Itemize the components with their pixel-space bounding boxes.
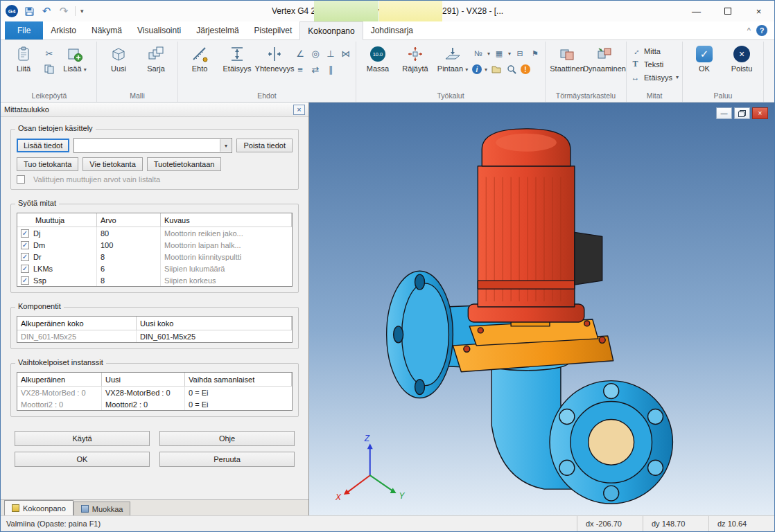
symmetry-constraint-icon[interactable]: ⋈ xyxy=(340,47,352,60)
table-row[interactable]: ✓Dm 100 Moottorin laipan halk... xyxy=(17,239,292,251)
row-checkbox[interactable]: ✓ xyxy=(21,253,29,261)
folder-icon[interactable] xyxy=(490,63,503,76)
tab-arkisto[interactable]: Arkisto xyxy=(43,21,84,39)
variable-value[interactable]: 8 xyxy=(97,274,161,286)
viewport-3d[interactable]: — × xyxy=(309,103,774,515)
text-button[interactable]: T Teksti xyxy=(630,59,679,69)
explode-button[interactable]: Räjäytä xyxy=(397,42,433,73)
tab-johdinsarja[interactable]: Johdinsarja xyxy=(363,21,421,39)
customize-toolbar-caret-icon[interactable]: ▾ xyxy=(80,8,84,15)
ok-ribbon-button[interactable]: ✓ OK xyxy=(686,42,722,73)
variable-value[interactable]: 80 xyxy=(97,227,161,239)
add-data-button[interactable]: Lisää tiedot xyxy=(17,139,69,152)
concentric-constraint-icon[interactable]: ◎ xyxy=(309,47,322,60)
maximize-button[interactable] xyxy=(712,1,743,21)
renumber-icon[interactable]: № xyxy=(472,47,485,60)
distance-constraint-button[interactable]: Etäisyys xyxy=(219,42,255,73)
remove-data-button[interactable]: Poista tiedot xyxy=(236,139,293,152)
bottom-tab-muokkaa[interactable]: Muokkaa xyxy=(73,502,131,515)
viewport-3d-model[interactable]: Z X Y xyxy=(309,103,774,515)
variable-value[interactable]: 100 xyxy=(97,239,161,251)
viewport-restore-button[interactable] xyxy=(734,107,750,119)
bottom-tab-kokoonpano[interactable]: Kokoonpano xyxy=(4,500,73,515)
instance-swap[interactable]: 0 = Ei xyxy=(185,387,292,398)
table-row[interactable]: ✓Ssp 8 Siipien korkeus xyxy=(17,274,292,286)
remove-icon[interactable]: ⊟ xyxy=(514,47,526,60)
instance-new[interactable]: Moottori2 : 0 xyxy=(102,398,185,410)
viewport-minimize-button[interactable]: — xyxy=(716,107,732,119)
cut-icon[interactable]: ✂ xyxy=(43,47,55,60)
angle-constraint-icon[interactable]: ∠ xyxy=(294,47,306,60)
coincidence-button[interactable]: Yhtenevyys xyxy=(256,42,293,73)
table-row[interactable]: DIN_601-M5x25 DIN_601-M5x25 xyxy=(17,330,292,342)
save-icon[interactable] xyxy=(23,5,35,17)
table-row[interactable]: ✓Dj 80 Moottorin reikien jako... xyxy=(17,227,292,239)
column-header[interactable]: Arvo xyxy=(97,213,161,227)
redo-icon[interactable]: ↷ xyxy=(58,5,70,17)
new-part-button[interactable]: Uusi xyxy=(101,42,137,73)
insert-button[interactable]: Lisää ▾ xyxy=(57,42,93,73)
export-database-button[interactable]: Vie tietokanta xyxy=(82,157,142,171)
product-database-button[interactable]: Tuotetietokantaan xyxy=(147,157,222,171)
table-row[interactable]: ✓LKMs 6 Siipien lukumäärä xyxy=(17,263,292,274)
measure-distance-button[interactable]: ↔ Etäisyys ▾ xyxy=(630,72,679,82)
close-button[interactable]: × xyxy=(743,1,774,21)
constraint-button[interactable]: Ehto xyxy=(182,42,218,73)
exit-button[interactable]: × Poistu xyxy=(724,42,760,73)
column-header[interactable]: Vaihda samanlaiset xyxy=(185,373,292,386)
dimension-button[interactable]: ↔ Mitta xyxy=(630,46,679,56)
table-icon[interactable]: ▦ xyxy=(493,47,505,60)
column-header[interactable]: Uusi xyxy=(102,373,185,386)
mass-button[interactable]: 10.0 Massa xyxy=(360,42,396,73)
table-row[interactable]: VX28-MotorBed : 0 VX28-MotorBed : 0 0 = … xyxy=(17,387,292,398)
component-new[interactable]: DIN_601-M5x25 xyxy=(137,330,292,342)
minimize-button[interactable]: — xyxy=(681,1,712,21)
static-collision-button[interactable]: Staattinen xyxy=(549,42,585,73)
tab-kokoonpano[interactable]: Kokoonpano xyxy=(299,21,363,40)
column-header[interactable]: Alkuperäinen xyxy=(17,373,102,386)
import-database-button[interactable]: Tuo tietokanta xyxy=(17,157,78,171)
copy-icon[interactable] xyxy=(43,63,55,76)
paste-button[interactable]: Liitä xyxy=(6,42,42,73)
info-icon[interactable]: i xyxy=(472,64,482,74)
panel-close-button[interactable]: × xyxy=(293,105,305,115)
series-button[interactable]: Sarja xyxy=(138,42,174,73)
variable-value[interactable]: 6 xyxy=(97,263,161,274)
ok-button[interactable]: OK xyxy=(15,452,150,467)
parallel-constraint-icon[interactable]: ∥ xyxy=(324,63,337,76)
perpendicular-constraint-icon[interactable]: ⊥ xyxy=(324,47,337,60)
help-button[interactable]: Ohje xyxy=(159,431,295,446)
undo-icon[interactable]: ↶ xyxy=(40,5,53,17)
variable-value[interactable]: 8 xyxy=(97,251,161,263)
help-icon[interactable]: ? xyxy=(756,25,767,36)
column-header[interactable]: Kuvaus xyxy=(161,213,292,227)
swap-constraint-icon[interactable]: ⇄ xyxy=(309,63,322,76)
combobox-caret-icon[interactable]: ▾ xyxy=(220,139,231,152)
column-header[interactable]: Alkuperäinen koko xyxy=(17,317,137,330)
column-header[interactable]: Uusi koko xyxy=(137,317,292,330)
coincident-constraint-icon[interactable]: ≡ xyxy=(294,63,306,76)
flag-icon[interactable]: ⚑ xyxy=(529,47,541,60)
tab-nakyma[interactable]: Näkymä xyxy=(84,21,130,39)
tab-jarjestelma[interactable]: Järjestelmä xyxy=(189,21,246,39)
to-surface-button[interactable]: Pintaan ▾ xyxy=(435,42,471,73)
row-checkbox[interactable]: ✓ xyxy=(21,229,29,238)
instance-swap[interactable]: 0 = Ei xyxy=(185,398,292,410)
zoom-tool-icon[interactable] xyxy=(505,63,518,76)
tab-visualisointi[interactable]: Visualisointi xyxy=(130,21,189,39)
cancel-button[interactable]: Peruuta xyxy=(159,452,295,467)
data-combobox[interactable]: ▾ xyxy=(73,138,232,153)
apply-button[interactable]: Käytä xyxy=(15,431,150,446)
viewport-close-button[interactable]: × xyxy=(752,107,768,119)
row-checkbox[interactable]: ✓ xyxy=(21,265,29,273)
instance-new[interactable]: VX28-MotorBed : 0 xyxy=(102,387,185,398)
row-checkbox[interactable]: ✓ xyxy=(21,276,29,285)
column-header[interactable]: Muuttuja xyxy=(17,213,97,227)
tab-file[interactable]: File xyxy=(5,21,43,39)
table-row[interactable]: Moottori2 : 0 Moottori2 : 0 0 = Ei xyxy=(17,398,292,410)
warning-icon[interactable]: ! xyxy=(521,64,530,74)
app-logo-icon[interactable]: G4 xyxy=(6,5,18,17)
row-checkbox[interactable]: ✓ xyxy=(21,241,29,249)
collapse-ribbon-icon[interactable]: ^ xyxy=(747,26,751,35)
tab-pistepilvet[interactable]: Pistepilvet xyxy=(247,21,300,39)
